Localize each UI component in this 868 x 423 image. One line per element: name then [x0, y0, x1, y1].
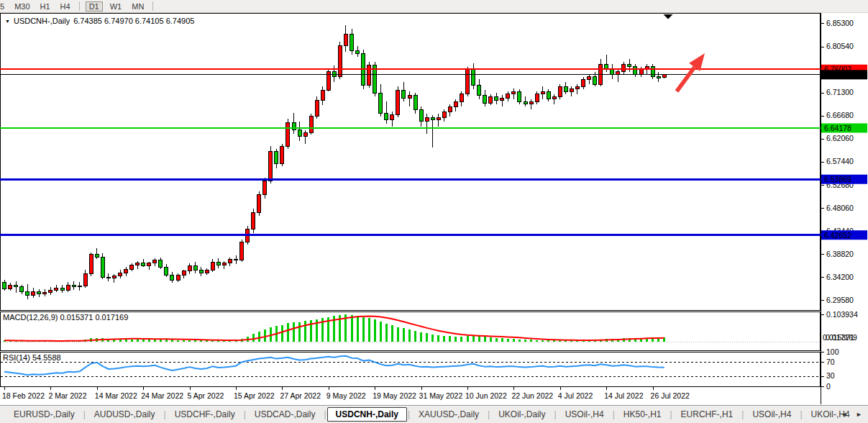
svg-text:6.42652: 6.42652: [824, 231, 851, 240]
tab-divider: |: [670, 409, 672, 419]
macd-indicator-label: MACD(12,26,9) 0.015371 0.017169: [3, 313, 128, 322]
svg-text:6.57440: 6.57440: [826, 157, 854, 165]
svg-text:70: 70: [826, 358, 835, 366]
tab-eurusd-daily[interactable]: EURUSD-,Daily: [6, 407, 83, 422]
timeframe-button-h4[interactable]: H4: [58, 2, 73, 11]
tab-usoil-h4[interactable]: USOil-,H4: [744, 407, 799, 422]
svg-text:6.38820: 6.38820: [826, 250, 854, 258]
tab-divider: |: [800, 409, 802, 419]
toolbar-divider: [79, 1, 80, 11]
svg-text:0.103934: 0.103934: [826, 310, 858, 319]
tab-usdchf-daily[interactable]: USDCHF-,Daily: [167, 407, 243, 422]
svg-text:0.017169: 0.017169: [826, 333, 857, 342]
tabs-scroll-left-icon[interactable]: ◄: [841, 411, 847, 418]
svg-text:18 Feb 2022: 18 Feb 2022: [2, 391, 45, 400]
svg-text:6.64178: 6.64178: [824, 124, 851, 132]
svg-text:6.29580: 6.29580: [826, 296, 854, 304]
svg-text:4 Jul 2022: 4 Jul 2022: [558, 391, 593, 400]
svg-text:15 Apr 2022: 15 Apr 2022: [234, 391, 275, 400]
svg-text:9 May 2022: 9 May 2022: [326, 391, 366, 400]
toolbar-divider: [152, 1, 153, 11]
chevron-down-icon[interactable]: ▼: [5, 19, 10, 24]
svg-text:30: 30: [826, 371, 835, 380]
svg-text:31 May 2022: 31 May 2022: [419, 391, 463, 400]
chart-symbol-period: USDCNH-,Daily: [14, 17, 70, 25]
svg-text:5 Apr 2022: 5 Apr 2022: [188, 391, 224, 400]
timeframe-button-m30[interactable]: M30: [12, 2, 32, 11]
svg-text:6.71300: 6.71300: [826, 88, 854, 96]
trading-terminal-window: 5M30H1H4D1W1MN 6.853006.805406.713006.66…: [0, 0, 868, 423]
svg-text:6.85300: 6.85300: [826, 19, 854, 27]
tab-divider: |: [741, 409, 744, 419]
date-axis: 18 Feb 20222 Mar 202214 Mar 202224 Mar 2…: [2, 387, 690, 400]
svg-text:14 Jul 2022: 14 Jul 2022: [604, 391, 643, 400]
timeframe-button-mn[interactable]: MN: [129, 2, 147, 11]
timeframe-button-5[interactable]: 5: [0, 2, 7, 11]
chart-ohlc-quote: 6.74385 6.74970 6.74105 6.74905: [73, 17, 194, 25]
tab-scroll-controls: ◄►: [841, 411, 862, 418]
tab-divider: |: [613, 409, 615, 419]
svg-text:6.80540: 6.80540: [826, 42, 854, 50]
svg-text:27 Apr 2022: 27 Apr 2022: [280, 391, 321, 400]
svg-text:6.74905: 6.74905: [824, 70, 851, 79]
svg-text:0: 0: [826, 382, 831, 391]
chart-tab-bar: EURUSD-,Daily|AUDUSD-,Daily|USDCHF-,Dail…: [0, 405, 868, 423]
chart-title-bar: ▼ USDCNH-,Daily 6.74385 6.74970 6.74105 …: [5, 17, 194, 25]
rsi-indicator-label: RSI(14) 54.5588: [3, 353, 61, 362]
svg-text:6.62060: 6.62060: [826, 134, 854, 142]
tab-divider: |: [164, 409, 166, 419]
svg-text:2 Mar 2022: 2 Mar 2022: [48, 391, 86, 400]
svg-text:6.34200: 6.34200: [826, 273, 854, 281]
tab-divider: |: [244, 409, 246, 419]
svg-text:6.66680: 6.66680: [826, 111, 854, 119]
timeframe-toolbar: 5M30H1H4D1W1MN: [0, 0, 868, 13]
tab-divider: |: [324, 409, 326, 419]
tab-xauusd-daily[interactable]: XAUUSD-,Daily: [411, 407, 487, 422]
tab-divider: |: [554, 409, 557, 419]
tab-audusd-daily[interactable]: AUDUSD-,Daily: [86, 407, 163, 422]
svg-text:26 Jul 2022: 26 Jul 2022: [651, 391, 690, 400]
tab-usdcnh-daily[interactable]: USDCNH-,Daily: [327, 407, 407, 422]
svg-text:19 May 2022: 19 May 2022: [373, 391, 416, 400]
tab-eurchf-h1[interactable]: EURCHF-,H1: [673, 407, 741, 422]
tab-usdcad-daily[interactable]: USDCAD-,Daily: [247, 407, 324, 422]
tab-ukoil-daily[interactable]: UKOil-,Daily: [490, 407, 553, 422]
tab-divider: |: [408, 409, 410, 419]
chart-canvas: 6.853006.805406.713006.666806.620606.574…: [0, 12, 868, 405]
tab-divider: |: [488, 409, 490, 419]
tab-divider: |: [83, 409, 86, 419]
svg-text:6.48060: 6.48060: [826, 204, 854, 212]
timeframe-button-w1[interactable]: W1: [107, 2, 125, 11]
svg-text:24 Mar 2022: 24 Mar 2022: [141, 391, 183, 400]
svg-text:6.53869: 6.53869: [824, 175, 851, 183]
svg-text:10 Jun 2022: 10 Jun 2022: [465, 391, 507, 400]
timeframe-button-h1[interactable]: H1: [37, 2, 53, 11]
svg-text:14 Mar 2022: 14 Mar 2022: [95, 391, 137, 400]
tabs-scroll-right-icon[interactable]: ►: [856, 411, 862, 418]
timeframe-button-d1[interactable]: D1: [86, 1, 103, 12]
chart-window: 6.853006.805406.713006.666806.620606.574…: [0, 12, 868, 405]
svg-text:22 Jun 2022: 22 Jun 2022: [511, 391, 553, 400]
tab-usoil-h4[interactable]: USOil-,H4: [557, 407, 612, 422]
price-axis: 6.853006.805406.713006.666806.620606.574…: [821, 19, 867, 391]
svg-text:100: 100: [826, 347, 839, 356]
tab-hk50-h1[interactable]: HK50-,H1: [616, 407, 670, 422]
